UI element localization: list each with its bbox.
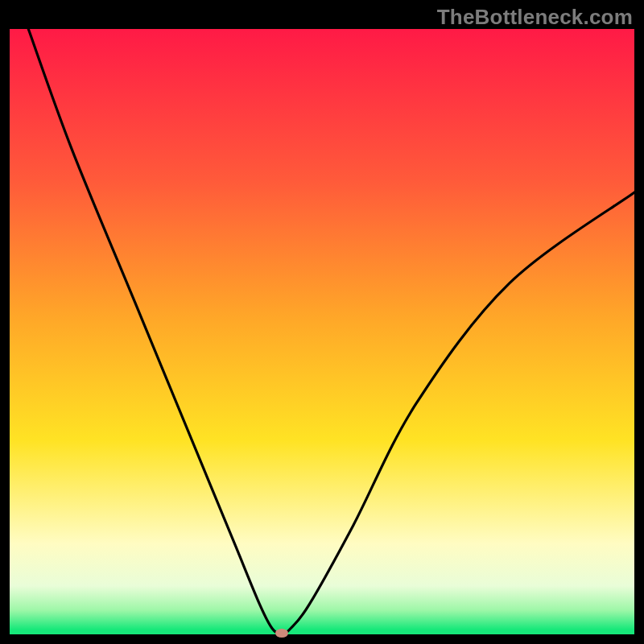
plot-area [10, 29, 634, 634]
curve-svg [10, 29, 634, 634]
chart-container: TheBottleneck.com [0, 0, 644, 644]
bottleneck-curve-path [28, 29, 634, 634]
watermark-text: TheBottleneck.com [437, 5, 633, 30]
optimal-marker [275, 629, 288, 638]
